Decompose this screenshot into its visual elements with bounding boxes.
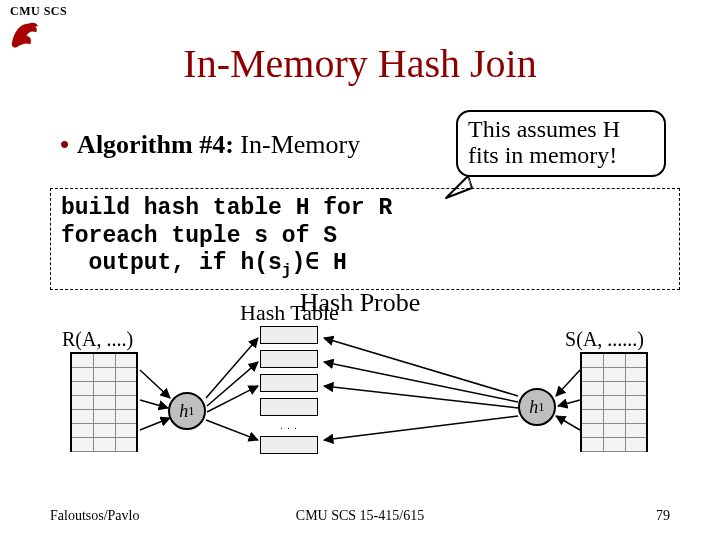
code-box: build hash table H for R foreach tuple s…: [50, 188, 680, 290]
svg-line-4: [140, 418, 170, 430]
footer-course: CMU SCS 15-415/615: [0, 508, 720, 524]
bullet-dot: •: [60, 130, 69, 159]
hash-table-buckets: . . .: [260, 326, 318, 454]
page-number: 79: [656, 508, 670, 524]
bullet-algorithm: •Algorithm #4: In-Memory: [60, 130, 360, 160]
callout-line2: fits in memory!: [468, 142, 617, 168]
svg-line-3: [140, 400, 168, 408]
hash-bucket: [260, 350, 318, 368]
callout-line1: This assumes H: [468, 116, 620, 142]
svg-line-5: [206, 338, 258, 398]
slide: CMU SCS In-Memory Hash Join •Algorithm #…: [0, 0, 720, 540]
svg-line-2: [140, 370, 170, 398]
svg-line-15: [556, 416, 580, 430]
org-header: CMU SCS: [10, 4, 67, 19]
bullet-bold: Algorithm #4:: [77, 130, 234, 159]
code-line-1: build hash table H for R: [61, 195, 669, 223]
hash-bucket: [260, 326, 318, 344]
svg-line-12: [324, 416, 518, 440]
code-line-2: foreach tuple s of S: [61, 223, 669, 251]
svg-line-11: [324, 386, 518, 408]
svg-line-9: [324, 338, 518, 396]
svg-line-6: [207, 362, 258, 406]
slide-title: In-Memory Hash Join: [0, 40, 720, 87]
svg-line-10: [324, 362, 518, 402]
hash-bucket: [260, 436, 318, 454]
hash-fn-build: h1: [168, 392, 206, 430]
relation-s-label: S(A, ......): [565, 328, 644, 351]
svg-line-13: [556, 370, 580, 396]
hash-bucket: [260, 374, 318, 392]
code-line-3: output, if h(sj)∈ H: [61, 250, 669, 281]
relation-r-label: R(A, ....): [62, 328, 133, 351]
hash-table-label: Hash Table: [240, 300, 339, 326]
relation-r-table: [70, 352, 138, 452]
callout-box: This assumes H fits in memory!: [456, 110, 666, 177]
hash-fn-probe: h1: [518, 388, 556, 426]
svg-line-8: [206, 420, 258, 440]
svg-line-14: [558, 400, 580, 406]
hash-probe-label: Hash Probe: [0, 288, 720, 318]
hash-bucket-ellipsis: . . .: [280, 422, 298, 430]
svg-line-7: [207, 386, 258, 412]
hash-bucket: [260, 398, 318, 416]
relation-s-table: [580, 352, 648, 452]
bullet-rest: In-Memory: [234, 130, 360, 159]
